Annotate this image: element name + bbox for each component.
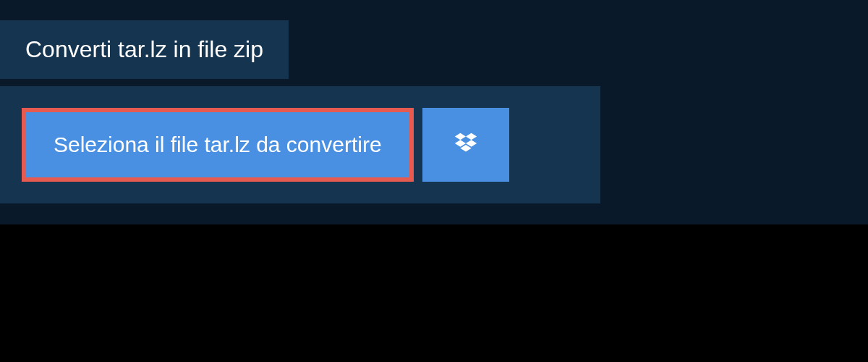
dropbox-icon [452,130,480,160]
dropbox-button[interactable] [422,108,509,182]
select-file-button[interactable]: Seleziona il file tar.lz da convertire [22,108,414,182]
bottom-area [0,224,868,362]
page-title: Converti tar.lz in file zip [0,20,289,79]
upload-panel: Seleziona il file tar.lz da convertire [0,86,600,203]
